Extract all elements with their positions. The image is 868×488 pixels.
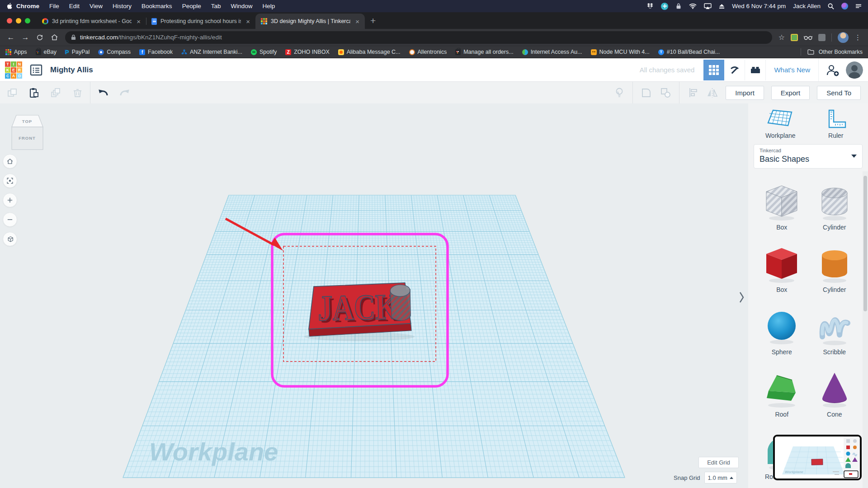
bookmark-facebook[interactable]: fFacebook [139,49,173,55]
import-button[interactable]: Import [726,86,764,100]
airplay-display-icon[interactable] [704,3,712,9]
zoom-in-button[interactable] [3,193,17,207]
3d-viewport[interactable]: Workplane JACK JACK [0,103,748,488]
blocks-mode-button[interactable] [745,60,766,80]
tinker-mode-button[interactable] [724,60,745,80]
bookmark-compass[interactable]: Compass [98,49,131,55]
home-button[interactable] [47,31,61,44]
bookmark-paypal[interactable]: PPayPal [65,49,90,56]
tab-close-icon[interactable]: × [354,18,361,25]
zoom-out-button[interactable] [3,212,17,227]
align-button[interactable] [687,87,699,99]
shape-sphere[interactable]: Sphere [755,305,808,367]
home-view-button[interactable] [3,154,17,169]
chrome-menu-icon[interactable]: ⋮ [854,33,862,42]
extension-icon-3[interactable] [818,34,826,41]
status-app-icon[interactable] [661,3,668,10]
ungroup-button[interactable] [660,87,672,99]
shape-cylinder-hole[interactable]: Cylinder [808,180,861,243]
apple-logo-icon[interactable] [6,3,12,10]
extension-icon-1[interactable] [791,34,798,41]
menu-chrome[interactable]: Chrome [12,3,44,9]
sidebar-scrollbar-thumb[interactable] [863,176,867,311]
bookmark-anz[interactable]: ANZ Internet Banki... [181,49,242,55]
bookmark-nodemcu[interactable]: Node MCU With 4... [591,49,650,55]
zoom-window-button[interactable] [25,18,30,23]
bookmark-manage-orders[interactable]: Manage all orders... [455,49,513,55]
extension-glasses-icon[interactable] [804,35,812,40]
close-window-button[interactable] [7,18,12,23]
tab-close-icon[interactable]: × [135,18,142,25]
bookmark-ebay[interactable]: eBay [36,49,57,55]
view-cube[interactable]: TOP FRONT [11,112,44,152]
perspective-toggle-button[interactable] [3,232,17,246]
dropbox-icon[interactable] [646,3,654,9]
bookmark-star-icon[interactable]: ☆ [778,33,785,42]
whats-new-link[interactable]: What's New [774,66,810,74]
shape-box-hole[interactable]: Box [755,180,808,243]
tab-protesting[interactable]: Protesting during school hours is × [146,14,255,29]
snap-grid-dropdown[interactable]: 1.0 mm [704,472,737,483]
menu-edit[interactable]: Edit [64,3,85,9]
spotlight-search-icon[interactable] [828,3,834,9]
workplane-tip-icon[interactable] [613,87,625,99]
ruler-tool[interactable]: Ruler [808,109,864,139]
delete-button[interactable] [71,87,84,99]
workplane-tool[interactable]: Workplane [753,109,808,139]
address-bar[interactable]: tinkercad.com/things/bKnZ1NZuhqF-mighty-… [65,31,772,44]
hole-cylinder[interactable] [390,285,411,321]
shape-cylinder-orange[interactable]: Cylinder [808,243,861,305]
undo-button[interactable] [97,87,109,99]
duplicate-button[interactable] [50,87,62,99]
shape-box-red[interactable]: Box [755,243,808,305]
redo-button[interactable] [118,87,131,99]
menu-help[interactable]: Help [257,3,280,9]
minimize-window-button[interactable] [16,18,21,23]
menu-window[interactable]: Window [226,3,257,9]
tab-close-icon[interactable]: × [245,18,251,25]
paste-button[interactable] [28,87,40,99]
menu-tab[interactable]: Tab [206,3,226,9]
shape-cone[interactable]: Cone [808,367,861,430]
send-to-button[interactable]: Send To [817,86,861,100]
reload-button[interactable] [33,31,47,44]
shape-scribble[interactable]: Scribble [808,305,861,367]
bookmark-zoho[interactable]: ZZOHO INBOX [285,49,329,55]
forward-button[interactable]: → [18,31,33,44]
menu-user[interactable]: Jack Allen [793,3,821,9]
mirror-button[interactable] [706,87,718,99]
keychain-icon[interactable] [675,3,682,9]
export-button[interactable]: Export [771,86,810,100]
bookmark-allentronics[interactable]: Allentronics [409,49,447,55]
dashboard-grid-button[interactable] [703,60,724,80]
menu-people[interactable]: People [177,3,206,9]
user-avatar[interactable] [846,61,863,79]
bookmark-alibaba[interactable]: Alibaba Message C... [338,49,401,55]
design-title[interactable]: Mighty Allis [50,66,93,75]
group-button[interactable] [640,87,652,99]
menu-file[interactable]: File [44,3,64,9]
bookmark-ball-bead[interactable]: T#10 Ball/Bead Chai... [658,49,720,55]
menu-history[interactable]: History [108,3,137,9]
menu-bookmarks[interactable]: Bookmarks [137,3,177,9]
menu-clock[interactable]: Wed 6 Nov 7:44 pm [732,3,786,9]
design-properties-icon[interactable] [29,63,43,77]
tab-worksheet[interactable]: 3d printing fdm worksheet - Goo × [37,14,146,29]
tinkercad-logo[interactable]: TIN KER CAD [5,61,22,79]
name-plate[interactable]: JACK JACK [308,283,411,337]
wifi-icon[interactable] [689,3,697,9]
new-tab-button[interactable]: + [365,15,381,29]
edit-grid-button[interactable]: Edit Grid [698,457,739,468]
other-bookmarks[interactable]: Other Bookmarks [801,48,863,56]
browser-profile-avatar[interactable] [838,32,849,43]
eject-icon[interactable] [719,4,725,9]
copy-button[interactable] [6,87,19,99]
tab-tinkercad-active[interactable]: 3D design Mighty Allis | Tinkerca × [255,14,365,29]
shape-library-dropdown[interactable]: Tinkercad Basic Shapes [754,144,863,169]
siri-icon[interactable] [841,3,848,9]
fit-view-button[interactable] [3,174,17,188]
menu-view[interactable]: View [85,3,108,9]
sidebar-collapse-handle[interactable] [738,291,745,304]
bookmark-spotify[interactable]: Spotify [251,49,277,55]
bookmark-internet-access[interactable]: Internet Access Au... [522,49,582,55]
